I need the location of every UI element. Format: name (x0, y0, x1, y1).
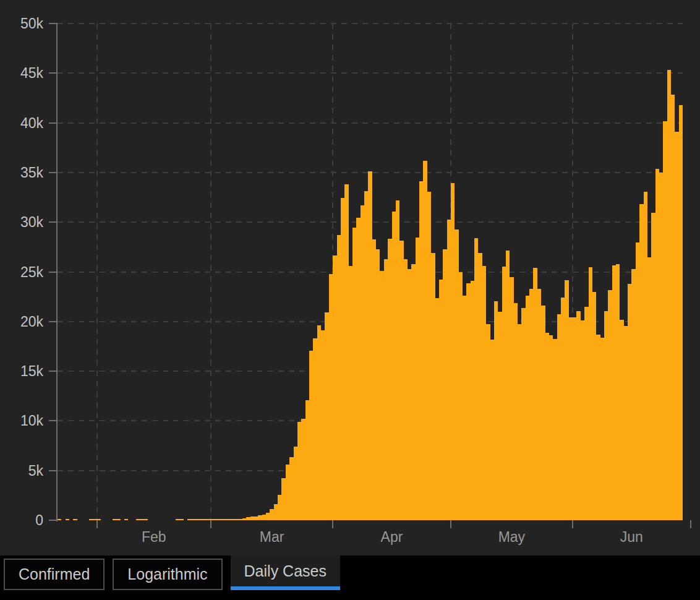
y-axis-label: 0 (5, 513, 43, 528)
daily-cases-bar[interactable] (73, 519, 77, 520)
y-axis-label: 35k (5, 165, 43, 180)
y-axis-label: 50k (5, 16, 43, 31)
tab-logarithmic[interactable]: Logarithmic (113, 559, 222, 590)
tab-daily-cases[interactable]: Daily Cases (231, 555, 340, 590)
x-axis-tick (96, 520, 98, 528)
x-axis-label: Mar (244, 529, 300, 544)
daily-cases-bar[interactable] (124, 519, 128, 520)
y-axis-label: 20k (5, 314, 43, 329)
y-axis-label: 5k (5, 463, 43, 478)
covid-dashboard-chart-panel: 05k10k15k20k25k30k35k40k45k50kFebMarAprM… (0, 0, 700, 600)
daily-cases-bar-chart: 05k10k15k20k25k30k35k40k45k50kFebMarAprM… (0, 0, 700, 555)
x-axis-tick (332, 520, 333, 528)
bars-container (58, 24, 683, 520)
y-axis-label: 25k (5, 265, 43, 280)
x-axis-label: Apr (364, 529, 419, 544)
daily-cases-bar[interactable] (116, 519, 120, 520)
daily-cases-bar[interactable] (58, 519, 61, 520)
y-axis-label: 10k (5, 413, 43, 428)
x-axis-tick (572, 520, 573, 528)
tab-confirmed[interactable]: Confirmed (4, 559, 105, 590)
x-axis-label: Feb (126, 529, 182, 544)
x-axis-tick (450, 520, 451, 528)
y-axis-line (56, 24, 58, 521)
chart-view-tab-bar: Confirmed Logarithmic Daily Cases (0, 555, 700, 600)
daily-cases-bar[interactable] (679, 105, 683, 521)
daily-cases-bar[interactable] (179, 519, 183, 520)
x-axis-tick (210, 520, 211, 528)
y-axis-label: 40k (5, 116, 43, 131)
y-axis-label: 45k (5, 66, 43, 80)
daily-cases-bar[interactable] (144, 519, 148, 520)
x-axis-label: Jun (604, 529, 659, 544)
x-axis-label: May (484, 529, 539, 544)
x-axis-tick (690, 520, 691, 528)
daily-cases-bar[interactable] (66, 519, 69, 520)
y-axis-label: 30k (5, 215, 43, 229)
y-axis-label: 15k (5, 364, 43, 379)
